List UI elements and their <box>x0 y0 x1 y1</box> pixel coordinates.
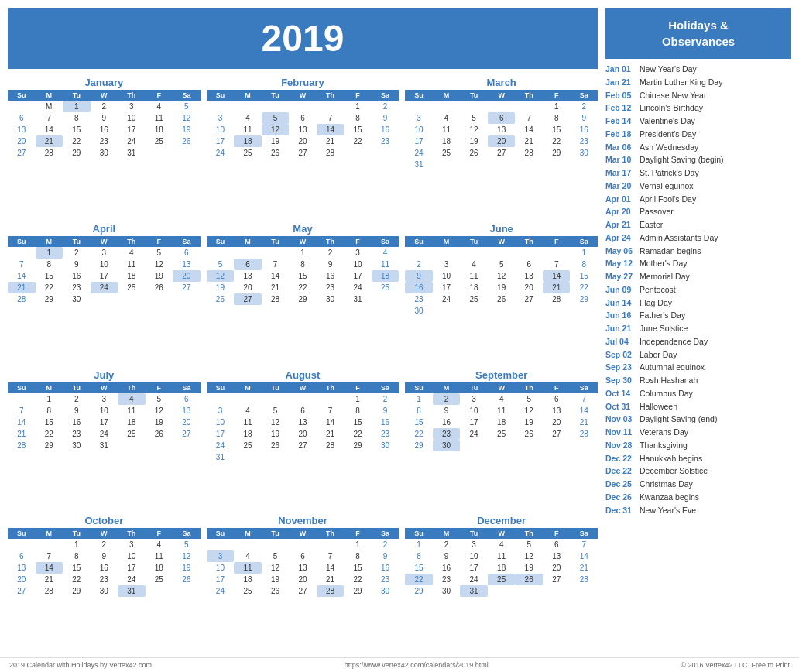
day-cell: 15 <box>63 124 91 135</box>
holiday-name: Ramadan begins <box>640 245 701 258</box>
month-name-november: November <box>207 515 400 526</box>
day-cell: 8 <box>63 112 91 124</box>
holiday-item: Feb 05Chinese New Year <box>605 90 791 102</box>
dow-row: Su M Tu W Th F Sa <box>8 90 201 101</box>
dow-row: Su M Tu W Th F Sa <box>405 236 598 247</box>
dow-row: Su M Tu W Th F Sa <box>8 236 201 247</box>
day-cell-jan1: 1 <box>63 101 91 112</box>
holiday-name: Veterans Day <box>640 427 688 439</box>
dow-row: Su M Tu W Th F Sa <box>207 236 400 247</box>
day-nov11: 11 <box>234 562 262 574</box>
holiday-name: St. Patrick's Day <box>640 167 699 180</box>
day-nov28: 28 <box>317 585 345 597</box>
holiday-date: Feb 12 <box>605 102 635 115</box>
holidays-panel: Holidays &Observances Jan 01New Year's D… <box>605 8 791 646</box>
days-grid: 1 2 3 4 5 6 7 8 9 10 11 12 13 14 <box>405 393 598 454</box>
month-january: January Su M Tu W Th F Sa M <box>8 77 201 217</box>
month-grid-june: Su M Tu W Th F Sa <box>405 236 598 317</box>
day-cell: 23 <box>91 135 118 147</box>
holiday-name: Daylight Saving (end) <box>640 413 717 426</box>
month-name-july: July <box>8 369 201 381</box>
day-cell: 25 <box>146 135 173 147</box>
holiday-item: Dec 22December Solstice <box>605 465 791 478</box>
months-grid: January Su M Tu W Th F Sa M <box>8 77 598 646</box>
month-june: June Su M Tu W Th F Sa <box>405 223 598 363</box>
holiday-item: Mar 06Ash Wednesday <box>605 142 791 154</box>
holiday-name: Chinese New Year <box>640 90 706 102</box>
day-cell: 12 <box>173 112 201 124</box>
holiday-date: Jul 04 <box>605 336 635 348</box>
month-september: September Su M Tu W Th F Sa 1 2 3 <box>405 369 598 509</box>
holiday-name: Mother's Day <box>640 258 688 270</box>
holiday-name: Memorial Day <box>640 271 690 283</box>
day-cell: 17 <box>118 124 146 135</box>
days-grid: 1 2 3 4 5 6 7 8 9 10 11 12 13 14 <box>405 247 598 317</box>
month-grid-september: Su M Tu W Th F Sa 1 2 3 4 5 6 <box>405 382 598 454</box>
month-grid-january: Su M Tu W Th F Sa M 1 2 3 <box>8 90 201 159</box>
day-dec25: 25 <box>488 574 516 585</box>
month-name-january: January <box>8 77 201 88</box>
holiday-date: Jan 21 <box>605 77 635 89</box>
days-grid: 1 2 3 4 5 6 7 8 9 10 11 12 13 14 <box>207 101 400 162</box>
day-apr24: 24 <box>91 282 118 293</box>
footer-center: https://www.vertex42.com/calendars/2019.… <box>345 661 489 669</box>
year-label: 2019 <box>262 18 345 59</box>
holiday-name: New Year's Eve <box>640 505 696 517</box>
holiday-date: Jan 01 <box>605 63 635 76</box>
holiday-item: Jul 04Independence Day <box>605 336 791 348</box>
holiday-date: Dec 31 <box>605 505 635 517</box>
holiday-date: Dec 22 <box>605 465 635 478</box>
holiday-item: Mar 20Vernal equinox <box>605 180 791 193</box>
month-february: February Su M Tu W Th F Sa <box>207 77 400 217</box>
holiday-item: Apr 20Passover <box>605 206 791 218</box>
month-grid-april: Su M Tu W Th F Sa 1 2 3 4 5 <box>8 236 201 308</box>
holiday-date: Mar 10 <box>605 154 635 166</box>
holiday-name: Halloween <box>640 401 677 413</box>
day-may12: 12 <box>207 270 235 282</box>
holiday-date: Jun 14 <box>605 297 635 310</box>
day-cell: 9 <box>91 112 118 124</box>
holiday-item: Dec 25Christmas Day <box>605 478 791 491</box>
day-cell: 24 <box>118 135 146 147</box>
day-cell: 7 <box>36 112 63 124</box>
holiday-date: Dec 26 <box>605 492 635 504</box>
holiday-item: Jan 21Martin Luther King Day <box>605 77 791 89</box>
day-jun14: 14 <box>543 270 571 282</box>
month-grid-march: Su M Tu W Th F Sa 1 <box>405 90 598 170</box>
holiday-item: Feb 18President's Day <box>605 129 791 141</box>
month-name-august: August <box>207 369 400 381</box>
day-dec31: 31 <box>460 585 488 597</box>
holiday-date: Jun 16 <box>605 310 635 322</box>
footer-right: © 2016 Vertex42 LLC. Free to Print <box>681 661 790 669</box>
dow-w: W <box>91 90 118 101</box>
day-feb5: 5 <box>262 112 290 124</box>
month-grid-february: Su M Tu W Th F Sa 1 <box>207 90 400 162</box>
day-cell: 13 <box>8 124 36 135</box>
month-grid-august: Su M Tu W Th F Sa 1 <box>207 382 400 463</box>
holiday-date: Feb 05 <box>605 90 635 102</box>
holiday-date: Feb 14 <box>605 115 635 128</box>
day-dec22: 22 <box>405 574 433 585</box>
day-feb14: 14 <box>317 124 345 135</box>
day-cell: 26 <box>173 135 201 147</box>
month-july: July Su M Tu W Th F Sa 1 2 <box>8 369 201 509</box>
day-cell: 22 <box>63 135 91 147</box>
holiday-name: Kwanzaa begins <box>640 492 699 504</box>
month-grid-may: Su M Tu W Th F Sa 1 2 3 <box>207 236 400 308</box>
holiday-name: Columbus Day <box>640 388 693 400</box>
holiday-item: Nov 03Daylight Saving (end) <box>605 413 791 426</box>
holiday-name: Martin Luther King Day <box>640 77 722 89</box>
holiday-item: Feb 14Valentine's Day <box>605 115 791 128</box>
holiday-date: Jun 09 <box>605 284 635 297</box>
holiday-item: Nov 11Veterans Day <box>605 427 791 439</box>
holiday-item: May 06Ramadan begins <box>605 245 791 258</box>
day-cell-jan21: 21 <box>36 135 63 147</box>
day-jun21: 21 <box>543 282 571 293</box>
month-december: December Su M Tu W Th F Sa 1 2 3 <box>405 515 598 646</box>
holiday-name: Hanukkah begins <box>640 453 702 465</box>
month-grid-july: Su M Tu W Th F Sa 1 2 3 4 5 <box>8 382 201 454</box>
holiday-name: Daylight Saving (begin) <box>640 154 724 166</box>
month-name-march: March <box>405 77 598 88</box>
holiday-date: Nov 28 <box>605 440 635 452</box>
days-grid: 1 2 3 4 5 6 7 8 9 10 11 12 13 14 <box>8 247 201 308</box>
